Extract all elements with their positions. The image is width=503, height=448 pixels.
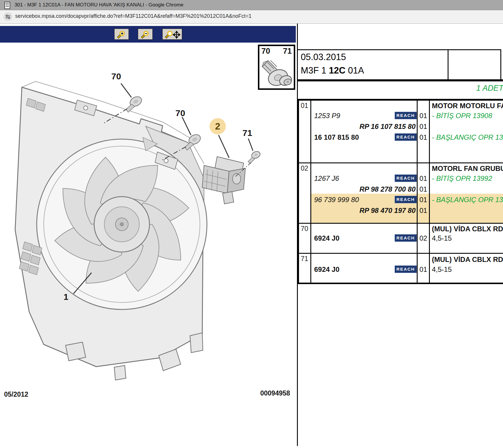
row-index: 01 [301,102,308,110]
fan-assembly-diagram [0,24,297,425]
callout-70-top: 70 [111,71,121,81]
callout-70-mid: 70 [175,108,185,118]
reach-badge[interactable]: REACH [395,265,417,273]
part-description: MOTORL FAN GRUBU [432,164,503,173]
part-qty: 01 [418,123,429,131]
part-number: 1267 J6 [314,174,339,183]
diagram-revision-date: 05/2012 [4,391,28,398]
reach-badge[interactable]: REACH [395,196,417,203]
part-qty: 01 [418,196,429,204]
part-qty: 01 [418,185,429,193]
row-index: 02 [301,164,308,172]
part-qty: 01 [418,133,429,141]
callout-71: 71 [242,128,252,138]
screw-inset-box: 70 71 [258,45,295,90]
row-index: 71 [301,255,308,263]
part-size: 4,5-15 [432,234,452,242]
part-description: (MUL) VİDA CBLX RDL [432,225,503,233]
callout-1: 1 [64,292,68,302]
reach-badge[interactable]: REACH [395,174,417,182]
part-description: MOTOR MOTORLU FA [432,102,503,110]
reach-badge[interactable]: REACH [395,133,417,141]
part-number: 1253 P9 [314,112,340,120]
site-settings-icon[interactable] [3,12,12,21]
header-date-box: 05.03.2015 M3F 1 12C 01A [298,49,449,80]
parts-panel: 05.03.2015 M3F 1 12C 01A 1 ADET 01 MOTOR… [298,47,503,448]
table-row: 01 MOTOR MOTORLU FA 1253 P9 REACH 01 - B… [299,101,503,163]
row-index: 70 [301,225,308,233]
part-note: - BİTİŞ OPR 13908 [432,112,492,120]
table-row: 70 (MUL) VİDA CBLX RDL 6924 J0 REACH 02 … [299,224,503,254]
table-row: 71 (MUL) VİDA CBLX RDL 6924 J0 REACH 01 … [299,254,503,283]
part-note: - BAŞLANGIÇ OPR 139 [432,196,503,204]
part-qty: 01 [418,206,429,215]
part-qty: 01 [418,265,429,274]
document-date: 05.03.2015 [301,52,346,62]
reference-suffix: 01A [345,65,364,76]
reference-code: 12C [329,65,345,76]
page-content: 70 71 70 70 2 71 1 05/2012 00094958 05.0… [0,23,503,448]
part-qty: 02 [418,234,429,242]
part-number-rp: RP 98 278 700 80 [312,185,416,193]
quantity-note: 1 ADET [476,84,503,93]
part-qty: 01 [418,112,429,120]
diagram-drawing-number: 00094958 [260,389,290,397]
url-text[interactable]: servicebox.mpsa.com/docapvpr/affiche.do?… [15,13,252,19]
page-doc-icon [4,2,10,9]
table-row: 02 MOTORL FAN GRUBU 1267 J6 REACH 01 - B… [299,163,503,224]
reference-prefix: M3F 1 [301,65,329,76]
callout-2-circle: 2 [210,118,226,134]
part-note: - BİTİŞ OPR 13992 [432,174,492,183]
part-number: 16 107 815 80 [314,133,359,141]
window-titlebar: 301 - M3F 1 12C01A - FAN MOTORU HAVA 'AK… [0,0,503,10]
screw-detail-icon [259,54,294,88]
reach-badge[interactable]: REACH [395,112,417,119]
parts-table: 01 MOTOR MOTORLU FA 1253 P9 REACH 01 - B… [298,99,503,284]
part-number: 6924 J0 [314,265,340,274]
part-qty: 01 [418,174,429,183]
part-description: (MUL) VİDA CBLX RDL [432,256,503,264]
header-empty-box [449,49,501,80]
part-number: 6924 J0 [314,234,340,242]
url-bar[interactable]: servicebox.mpsa.com/docapvpr/affiche.do?… [0,10,503,23]
header-rule [298,79,503,81]
reach-badge[interactable]: REACH [395,234,417,242]
part-note: - BAŞLANGIÇ OPR 139 [432,133,503,141]
document-reference: M3F 1 12C 01A [301,65,364,76]
part-number-rp: RP 16 107 815 80 [312,123,416,131]
window-title: 301 - M3F 1 12C01A - FAN MOTORU HAVA 'AK… [15,2,184,8]
part-size: 4,5-15 [432,265,452,274]
part-number-rp: RP 98 470 197 80 [312,206,416,215]
part-number: 96 739 999 80 [314,196,359,204]
